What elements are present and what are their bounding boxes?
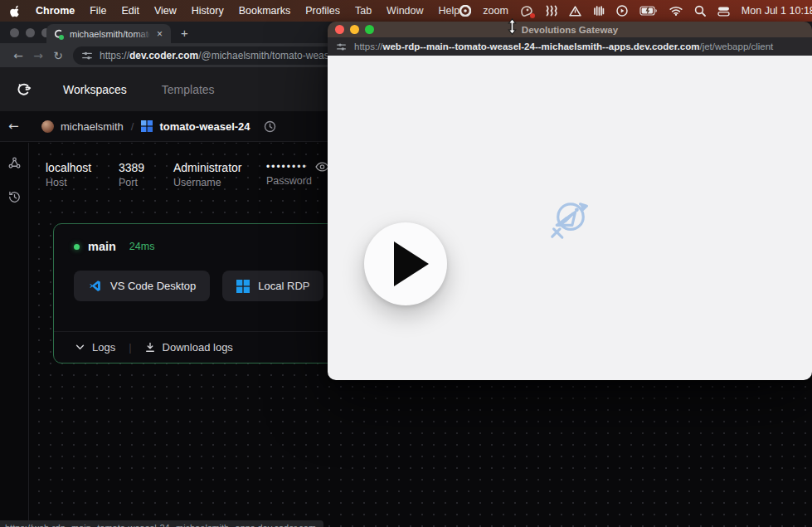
coder-logo[interactable] [13, 80, 33, 100]
bars-icon[interactable] [593, 4, 605, 17]
footer-divider: | [129, 341, 131, 354]
agent-name: main [88, 240, 116, 253]
rdp-session-view [328, 56, 812, 380]
battery-icon[interactable] [639, 4, 658, 17]
workspace-sidebar [0, 143, 29, 527]
chrome-traffic-lights [10, 28, 51, 37]
logs-toggle[interactable]: Logs [75, 341, 115, 354]
apple-menu-icon[interactable] [10, 4, 21, 17]
windows-rdp-icon [236, 280, 250, 293]
menu-item-bookmarks[interactable]: Bookmarks [239, 5, 291, 17]
url-scheme: https:// [354, 41, 383, 51]
local-rdp-button[interactable]: Local RDP [222, 271, 323, 301]
menu-item-profiles[interactable]: Profiles [305, 5, 340, 17]
macos-menu-bar: Chrome File Edit View History Bookmarks … [0, 0, 812, 22]
port-label: Port [119, 177, 173, 188]
vscode-desktop-button[interactable]: VS Code Desktop [74, 271, 210, 301]
menu-item-file[interactable]: File [90, 5, 106, 17]
menu-item-window[interactable]: Window [387, 5, 423, 17]
close-window-button[interactable] [335, 25, 344, 34]
screen-share-icon[interactable] [520, 4, 533, 17]
download-logs-label: Download logs [163, 341, 233, 354]
search-icon[interactable] [694, 4, 706, 17]
url-host: dev.coder.com [129, 50, 198, 61]
menu-item-chrome[interactable]: Chrome [36, 5, 75, 17]
minimize-window-button[interactable] [350, 25, 359, 34]
menu-item-help[interactable]: Help [439, 5, 460, 17]
wifi-icon[interactable] [669, 4, 683, 17]
forward-icon[interactable]: → [28, 49, 48, 62]
password-label: Password [266, 175, 329, 187]
vscode-button-label: VS Code Desktop [110, 280, 196, 292]
breadcrumb-separator: / [131, 120, 134, 133]
logs-label: Logs [92, 341, 115, 354]
menu-bar-clock[interactable]: Mon Jul 1 10:18:14 AM [741, 5, 812, 17]
maximize-window-button[interactable] [365, 25, 374, 34]
menu-item-edit[interactable]: Edit [121, 5, 139, 17]
user-avatar[interactable] [41, 120, 54, 133]
breadcrumb-workspace-name[interactable]: tomato-weasel-24 [159, 120, 250, 133]
tab-title-fade [134, 24, 153, 43]
windows-os-icon [141, 120, 153, 132]
record-status-icon[interactable] [459, 4, 471, 17]
download-icon [145, 342, 155, 353]
nav-templates[interactable]: Templates [162, 83, 215, 96]
host-value: localhost [46, 161, 119, 174]
username-field: Administrator Username [173, 161, 266, 188]
control-center-icon[interactable] [717, 4, 730, 17]
site-settings-icon[interactable] [336, 41, 347, 52]
devolutions-window-title: Devolutions Gateway [522, 25, 618, 35]
back-arrow-icon[interactable]: ← [8, 119, 28, 134]
url-scheme: https:// [100, 50, 129, 61]
url-host: web-rdp--main--tomato-weasel-24--michael… [383, 41, 700, 51]
chevron-down-icon [75, 344, 85, 350]
agent-status-dot [74, 244, 80, 250]
link-status-bubble: https://web-rdp--main--tomato-weasel-24-… [0, 520, 323, 527]
download-logs-button[interactable]: Download logs [145, 341, 233, 354]
devolutions-traffic-lights [335, 25, 374, 34]
menu-item-tab[interactable]: Tab [355, 5, 372, 17]
menu-item-view[interactable]: View [154, 5, 177, 17]
password-field: •••••••• Password [266, 161, 329, 188]
host-field: localhost Host [46, 161, 119, 188]
username-value: Administrator [173, 161, 266, 174]
menu-item-history[interactable]: History [192, 5, 224, 17]
connection-info: localhost Host 3389 Port Administrator U… [46, 161, 329, 188]
url-path: /jet/webapp/client [699, 41, 773, 51]
password-value: •••••••• [266, 161, 308, 173]
breadcrumb-username[interactable]: michaelsmith [61, 120, 124, 133]
port-value: 3389 [119, 161, 173, 174]
devolutions-bird-logo [550, 197, 591, 240]
close-window-button[interactable] [10, 28, 19, 37]
notification-badge [530, 13, 535, 18]
move-cursor [507, 18, 518, 35]
username-label: Username [173, 177, 266, 188]
minimize-window-button[interactable] [26, 28, 35, 37]
browser-tab[interactable]: michaelsmith/tomato-weasel-24 × [46, 24, 171, 43]
devolutions-title-bar[interactable]: Devolutions Gateway [328, 22, 812, 37]
coder-favicon [52, 28, 64, 40]
vscode-icon [88, 279, 102, 293]
back-icon[interactable]: ← [8, 49, 28, 62]
devolutions-url-bar[interactable]: https://web-rdp--main--tomato-weasel-24-… [328, 37, 812, 56]
zoom-menu-label[interactable]: zoom [483, 5, 508, 17]
history-icon[interactable] [7, 190, 22, 204]
devolutions-gateway-window: Devolutions Gateway https://web-rdp--mai… [328, 22, 812, 380]
schedule-clock-icon[interactable] [264, 120, 276, 133]
port-field: 3389 Port [119, 161, 173, 188]
reload-icon[interactable]: ↻ [48, 49, 68, 62]
tab-close-icon[interactable]: × [154, 28, 165, 40]
triangle-icon[interactable] [569, 4, 581, 17]
nav-workspaces[interactable]: Workspaces [63, 83, 127, 96]
resources-nodes-icon[interactable] [7, 156, 22, 170]
local-rdp-button-label: Local RDP [258, 280, 309, 292]
host-label: Host [46, 177, 119, 188]
play-circle-icon[interactable] [616, 4, 628, 17]
agent-latency: 24ms [129, 241, 155, 252]
waves-icon[interactable] [545, 4, 557, 17]
play-icon [394, 242, 429, 286]
site-settings-icon[interactable] [81, 50, 93, 61]
devolutions-page-url: https://web-rdp--main--tomato-weasel-24-… [354, 41, 773, 51]
play-session-button[interactable] [364, 222, 447, 305]
new-tab-button[interactable]: + [181, 26, 188, 43]
